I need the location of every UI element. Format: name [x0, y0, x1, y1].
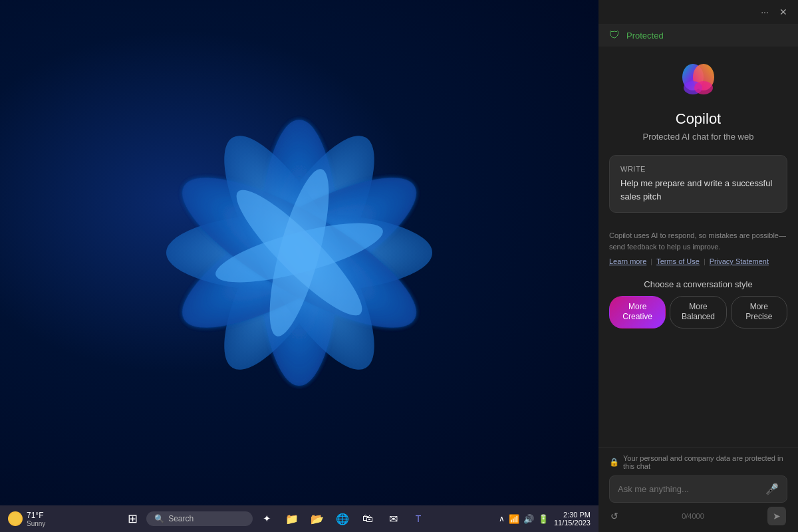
store-button[interactable]: 🛍 [356, 507, 379, 530]
protected-bar: 🛡 Protected [598, 24, 798, 47]
folder-button[interactable]: 📂 [306, 507, 329, 530]
start-button[interactable]: ⊞ [121, 507, 144, 530]
style-title: Choose a conversation style [609, 279, 787, 289]
copilot-logo [677, 60, 720, 102]
card-text: Help me prepare and write a successful s… [620, 177, 776, 203]
desktop-background [0, 0, 598, 505]
creative-style-button[interactable]: MoreCreative [609, 296, 666, 329]
chat-input[interactable] [618, 484, 760, 494]
volume-icon: 🔊 [523, 514, 534, 524]
mail-button[interactable]: ✉ [382, 507, 404, 530]
ai-disclaimer: Copilot uses AI to respond, so mistakes … [609, 223, 787, 274]
disclaimer-text: Copilot uses AI to respond, so mistakes … [609, 231, 786, 251]
privacy-link[interactable]: Privacy Statement [710, 256, 769, 267]
new-topic-icon[interactable]: ↺ [610, 511, 618, 521]
panel-bottom: 🔒 Your personal and company data are pro… [598, 447, 798, 532]
copilot-panel: ··· ✕ 🛡 Protected [598, 0, 798, 532]
taskbar: 71°F Sunny ⊞ 🔍 Search ✦ 📁 📂 🌐 🛍 ✉ T ∧ 📶 … [0, 505, 598, 532]
edge-button[interactable]: 🌐 [331, 507, 354, 530]
chevron-up-icon[interactable]: ∧ [499, 514, 505, 523]
wifi-icon: 📶 [509, 514, 519, 524]
conversation-style: Choose a conversation style MoreCreative… [609, 279, 787, 329]
balanced-style-button[interactable]: MoreBalanced [670, 296, 726, 329]
search-label: Search [168, 514, 194, 523]
date-display: 11/15/2023 [554, 519, 591, 527]
teams-button[interactable]: T [407, 507, 430, 530]
files-button[interactable]: 📁 [281, 507, 303, 530]
copilot-subtitle: Protected AI chat for the web [643, 132, 754, 142]
time-display: 2:30 PM [554, 511, 591, 519]
protected-label: Protected [626, 31, 664, 41]
precise-style-button[interactable]: MorePrecise [731, 296, 787, 329]
svg-point-21 [694, 81, 713, 94]
taskbar-search[interactable]: 🔍 Search [146, 511, 253, 526]
battery-icon: 🔋 [538, 514, 549, 524]
taskbar-right: ∧ 📶 🔊 🔋 2:30 PM 11/15/2023 [499, 511, 591, 527]
learn-more-link[interactable]: Learn more [609, 256, 646, 267]
style-buttons: MoreCreative MoreBalanced MorePrecise [609, 296, 787, 329]
shield-icon: 🛡 [609, 29, 621, 41]
copilot-taskbar-button[interactable]: ✦ [255, 507, 278, 530]
terms-link[interactable]: Terms of Use [656, 256, 700, 267]
send-button[interactable]: ➤ [767, 507, 786, 525]
clock[interactable]: 2:30 PM 11/15/2023 [554, 511, 591, 527]
weather-icon [8, 511, 23, 526]
disclaimer-links: Learn more | Terms of Use | Privacy Stat… [609, 256, 787, 267]
suggestion-card[interactable]: Write Help me prepare and write a succes… [609, 155, 787, 213]
panel-titlebar: ··· ✕ [598, 0, 798, 24]
char-count: 0/4000 [682, 512, 704, 520]
panel-content: Copilot Protected AI chat for the web Wr… [598, 47, 798, 447]
weather-condition: Sunny [27, 520, 45, 527]
close-button[interactable]: ✕ [777, 5, 790, 19]
lock-icon: 🔒 [609, 458, 619, 467]
search-icon: 🔍 [154, 514, 164, 523]
microphone-icon[interactable]: 🎤 [765, 483, 779, 495]
input-box: 🎤 [609, 475, 787, 503]
temperature: 71°F [27, 511, 45, 520]
protected-note: 🔒 Your personal and company data are pro… [609, 454, 787, 470]
card-label: Write [620, 165, 776, 173]
weather-widget: 71°F Sunny [8, 511, 45, 527]
taskbar-center: ⊞ 🔍 Search ✦ 📁 📂 🌐 🛍 ✉ T [56, 507, 495, 530]
more-options-button[interactable]: ··· [758, 5, 771, 19]
protected-note-text: Your personal and company data are prote… [623, 454, 787, 470]
system-icons: ∧ 📶 🔊 🔋 [499, 514, 549, 524]
bloom-wallpaper [66, 20, 532, 485]
copilot-title: Copilot [676, 110, 721, 128]
input-footer: ↺ 0/4000 ➤ [609, 507, 787, 525]
